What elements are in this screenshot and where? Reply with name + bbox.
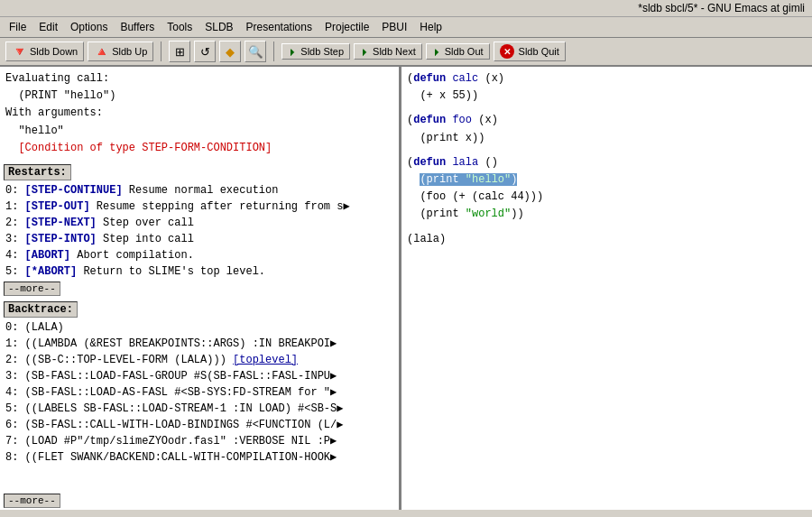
- code-lala-1: (defun lala (): [407, 154, 807, 171]
- restart-0[interactable]: 0: [STEP-CONTINUE] Resume normal executi…: [5, 182, 393, 198]
- sldb-step-button[interactable]: ⏵ Sldb Step: [281, 43, 350, 60]
- sldb-quit-button[interactable]: ✕ Sldb Quit: [494, 42, 566, 61]
- right-pane: (defun calc (x) (+ x 55)) (defun foo (x)…: [401, 67, 812, 510]
- menu-projectile[interactable]: Projectile: [319, 19, 374, 35]
- menu-sldb[interactable]: SLDB: [199, 19, 238, 35]
- sldb-out-button[interactable]: ⏵ Sldb Out: [426, 43, 490, 60]
- backtrace-5[interactable]: 5: ((LABELS SB-FASL::LOAD-STREAM-1 :IN L…: [5, 401, 393, 417]
- backtrace-1[interactable]: 1: ((LAMBDA (&REST BREAKPOINTS::ARGS) :I…: [5, 336, 393, 352]
- search-button[interactable]: 🔍: [245, 41, 266, 62]
- sldb-out-icon: ⏵: [432, 46, 442, 57]
- grid-icon: ⊞: [175, 45, 185, 59]
- restarts-header-container: Restarts:: [0, 161, 399, 182]
- code-calc-2: (+ x 55)): [407, 88, 807, 105]
- restart-3[interactable]: 3: [STEP-INTO] Step into call: [5, 231, 393, 247]
- backtrace-6[interactable]: 6: (SB-FASL::CALL-WITH-LOAD-BINDINGS #<F…: [5, 417, 393, 433]
- sldb-next-label: Sldb Next: [373, 46, 416, 57]
- backtrace-4[interactable]: 4: (SB-FASL::LOAD-AS-FASL #<SB-SYS:FD-ST…: [5, 384, 393, 401]
- title-text: *sldb sbcl/5* - GNU Emacs at gimli: [638, 2, 805, 14]
- backtrace-7[interactable]: 7: (LOAD #P"/tmp/slimeZYOodr.fasl" :VERB…: [5, 433, 393, 449]
- sldb-out-label: Sldb Out: [445, 46, 484, 57]
- code-call-1: (lala): [407, 231, 807, 248]
- restarts-header: Restarts:: [4, 164, 71, 180]
- menu-edit[interactable]: Edit: [33, 19, 63, 35]
- code-calc-1: (defun calc (x): [407, 70, 807, 88]
- restart-0-key: [STEP-CONTINUE]: [25, 184, 123, 197]
- restart-3-num: 3:: [5, 233, 25, 245]
- restart-1-desc: Resume stepping after returning from s▶: [90, 200, 350, 213]
- search-icon: 🔍: [248, 45, 263, 59]
- code-block-calc: (defun calc (x) (+ x 55)): [407, 70, 807, 105]
- restart-2[interactable]: 2: [STEP-NEXT] Step over call: [5, 215, 393, 231]
- sldb-down-button[interactable]: 🔻 Sldb Down: [5, 42, 84, 61]
- eval-line-1: Evaluating call:: [5, 70, 393, 88]
- menu-help[interactable]: Help: [414, 19, 448, 35]
- eval-line-3: With arguments:: [5, 105, 393, 122]
- restart-2-num: 2:: [5, 217, 25, 229]
- backtrace-section: 0: (LALA) 1: ((LAMBDA (&REST BREAKPOINTS…: [0, 319, 399, 492]
- menu-bar: File Edit Options Buffers Tools SLDB Pre…: [0, 17, 812, 38]
- sldb-up-icon: 🔺: [94, 44, 109, 59]
- menu-tools[interactable]: Tools: [161, 19, 198, 35]
- menu-options[interactable]: Options: [65, 19, 113, 35]
- restart-5-desc: Return to SLIME's top level.: [77, 265, 265, 278]
- refresh-button[interactable]: ↺: [194, 41, 216, 62]
- backtrace-header: Backtrace:: [4, 301, 78, 318]
- restart-1[interactable]: 1: [STEP-OUT] Resume stepping after retu…: [5, 198, 393, 215]
- menu-presentations[interactable]: Presentations: [241, 19, 318, 35]
- separator-2: [273, 42, 274, 61]
- restarts-more-container: --more--: [0, 280, 399, 298]
- restarts-section: 0: [STEP-CONTINUE] Resume normal executi…: [0, 182, 399, 280]
- backtrace-3[interactable]: 3: (SB-FASL::LOAD-FASL-GROUP #S(SB-FASL:…: [5, 368, 393, 384]
- code-lala-3: (foo (+ (calc 44))): [407, 189, 807, 206]
- menu-pbui[interactable]: PBUI: [376, 19, 412, 35]
- separator-1: [161, 42, 161, 61]
- left-pane: Evaluating call: (PRINT "hello") With ar…: [0, 67, 401, 510]
- grid-button[interactable]: ⊞: [169, 41, 190, 62]
- sldb-next-icon: ⏵: [360, 46, 370, 57]
- restart-2-key: [STEP-NEXT]: [25, 217, 97, 229]
- main-content: Evaluating call: (PRINT "hello") With ar…: [0, 67, 812, 510]
- eval-line-2: (PRINT "hello"): [5, 88, 393, 105]
- eval-section: Evaluating call: (PRINT "hello") With ar…: [0, 67, 399, 161]
- condition-line: [Condition of type STEP-FORM-CONDITION]: [5, 140, 393, 157]
- sldb-up-button[interactable]: 🔺 Sldb Up: [88, 42, 153, 61]
- code-block-lala: (defun lala () (print "hello") (foo (+ (…: [407, 154, 807, 224]
- backtrace-more[interactable]: --more--: [4, 494, 60, 508]
- restart-4-desc: Abort compilation.: [70, 249, 194, 262]
- restart-5-key: [*ABORT]: [25, 265, 78, 278]
- sldb-quit-label: Sldb Quit: [519, 46, 559, 57]
- code-block-foo: (defun foo (x) (print x)): [407, 112, 807, 146]
- restart-0-desc: Resume normal execution: [123, 184, 279, 197]
- backtrace-0[interactable]: 0: (LALA): [5, 319, 393, 336]
- title-bar: *sldb sbcl/5* - GNU Emacs at gimli: [0, 0, 812, 17]
- restart-1-key: [STEP-OUT]: [25, 200, 90, 213]
- restart-1-num: 1:: [5, 200, 25, 213]
- sldb-step-icon: ⏵: [288, 46, 298, 57]
- code-lala-2-highlighted: (print "hello"): [407, 171, 807, 189]
- restart-4-key: [ABORT]: [25, 249, 70, 262]
- backtrace-8[interactable]: 8: ((FLET SWANK/BACKEND:CALL-WITH-COMPIL…: [5, 449, 393, 466]
- restarts-more[interactable]: --more--: [4, 282, 60, 296]
- restart-3-key: [STEP-INTO]: [25, 233, 97, 245]
- menu-file[interactable]: File: [4, 19, 32, 35]
- restart-2-desc: Step over call: [97, 217, 194, 229]
- restart-5[interactable]: 5: [*ABORT] Return to SLIME's top level.: [5, 263, 393, 280]
- diamond-icon: ◆: [226, 45, 235, 59]
- eval-line-4: "hello": [5, 123, 393, 140]
- restart-4[interactable]: 4: [ABORT] Abort compilation.: [5, 247, 393, 263]
- restart-0-num: 0:: [5, 184, 25, 197]
- toplevel-link[interactable]: [toplevel]: [233, 354, 298, 366]
- code-foo-2: (print x)): [407, 130, 807, 147]
- sldb-next-button[interactable]: ⏵ Sldb Next: [354, 43, 422, 60]
- toolbar: 🔻 Sldb Down 🔺 Sldb Up ⊞ ↺ ◆ 🔍 ⏵ Sldb Ste…: [0, 38, 812, 67]
- menu-buffers[interactable]: Buffers: [115, 19, 160, 35]
- restart-3-desc: Step into call: [97, 233, 194, 245]
- diamond-button[interactable]: ◆: [219, 41, 241, 62]
- backtrace-header-container: Backtrace:: [0, 298, 399, 319]
- code-block-call: (lala): [407, 231, 807, 248]
- sldb-down-icon: 🔻: [12, 44, 27, 59]
- backtrace-2[interactable]: 2: ((SB-C::TOP-LEVEL-FORM (LALA))) [topl…: [5, 352, 393, 368]
- quit-icon: ✕: [500, 44, 514, 59]
- restart-4-num: 4:: [5, 249, 25, 262]
